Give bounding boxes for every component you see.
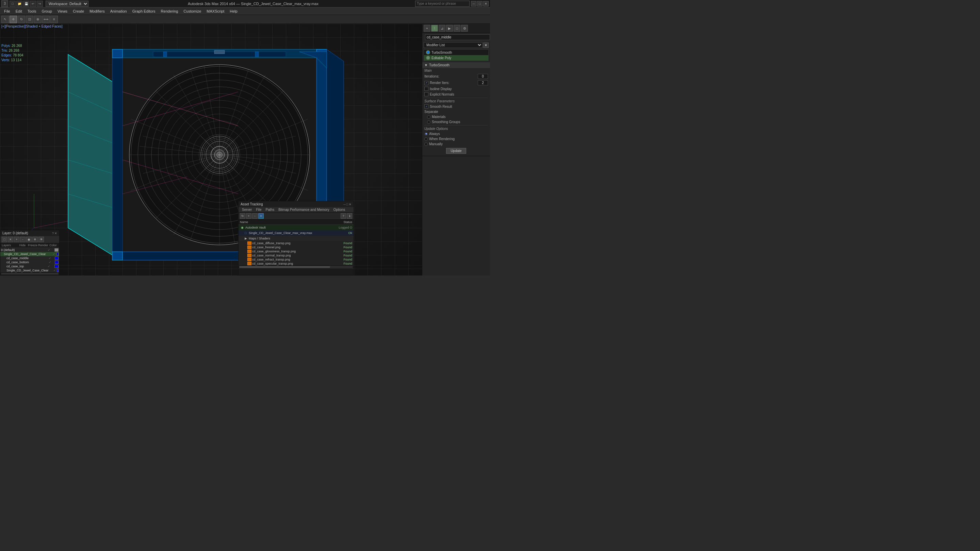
layer-render-check[interactable]: ✓ [52,252,56,256]
close-button[interactable]: ✕ [483,1,488,6]
modify-tab-btn[interactable]: ⟟ [431,25,438,32]
layer-color-swatch[interactable] [57,269,59,272]
layer-new-btn[interactable]: □ [2,237,7,242]
layers-close-btn[interactable]: ✕ [54,232,57,235]
save-icon[interactable]: 💾 [23,1,29,7]
list-item[interactable]: cd_case_specular_transp.png Found [239,262,353,266]
align-tool[interactable]: ≡ [50,16,58,23]
layer-render-check[interactable]: ✓ [44,265,54,268]
layer-render-check[interactable]: ✓ [46,260,54,264]
asset-menu-bitmap[interactable]: Bitmap Performance and Memory [276,208,331,212]
layer-select-btn[interactable]: ◉ [26,237,32,242]
asset-minimize-btn[interactable]: ─ [343,203,345,206]
layer-render-check[interactable]: ✓ [44,248,54,252]
list-item[interactable]: cd_case_bottom ✓ [0,260,59,264]
update-button[interactable]: Update [446,148,466,154]
asset-menu-file[interactable]: File [254,208,263,212]
workspace-dropdown[interactable]: Workspace: Default [46,1,89,7]
viewport[interactable]: Polys: 26 268 Tris: 26 268 Edges: 78 804… [0,24,422,275]
asset-scrollbar[interactable] [239,266,353,268]
layer-delete-btn[interactable]: ✕ [8,237,13,242]
list-item[interactable]: Single_CD_Jewel_Case_Clear ✓ [0,268,59,272]
ts-explicit-normals-checkbox[interactable] [424,92,428,96]
open-icon[interactable]: 📁 [16,1,22,7]
ts-isoline-checkbox[interactable] [424,87,428,91]
ts-always-radio[interactable] [424,132,428,136]
layers-help-btn[interactable]: ? [52,232,54,235]
modifier-dropdown-arrow[interactable]: ▼ [483,43,488,48]
ts-render-iters-checkbox[interactable]: ✓ [424,81,428,85]
asset-menu-options[interactable]: Options [331,208,347,212]
asset-help-btn[interactable]: ? [340,213,346,219]
ts-when-rendering-radio[interactable] [424,137,428,141]
redo-icon[interactable]: ↪ [37,1,43,7]
list-item[interactable]: cd_case_middle ✓ [0,256,59,260]
menu-tools[interactable]: Tools [25,8,39,14]
new-icon[interactable]: □ [10,1,16,7]
create-tab-btn[interactable]: + [424,25,430,32]
minimize-button[interactable]: ─ [471,1,476,6]
list-item[interactable]: cd_case_refract_transp.png Found [239,257,353,262]
menu-help[interactable]: Help [227,8,240,14]
list-item[interactable]: Single_CD_Jewel_Case_Clear ✓ [0,252,59,256]
hierarchy-tab-btn[interactable]: ⊿ [439,25,445,32]
rotate-tool[interactable]: ↻ [18,16,25,23]
layer-remove-btn[interactable]: - [20,237,25,242]
layer-color-swatch[interactable] [54,248,59,252]
list-item[interactable]: ◉ Autodesk Vault Logged O [239,225,353,230]
menu-file[interactable]: File [2,8,13,14]
asset-refresh-btn[interactable]: ↻ [240,213,245,219]
ts-render-iters-value[interactable]: 2 [478,80,488,86]
layer-color-swatch[interactable] [56,252,59,256]
ts-smooth-result-checkbox[interactable]: ✓ [424,105,428,108]
menu-customize[interactable]: Customize [181,8,204,14]
list-item[interactable]: cd_case_diffuse_transp.png Found [239,241,353,245]
turbosmooth-header[interactable]: ▼ TurboSmooth [422,62,490,68]
list-item[interactable]: cd_case_top ✓ [0,264,59,268]
menu-edit[interactable]: Edit [13,8,25,14]
menu-create[interactable]: Create [70,8,87,14]
list-item[interactable]: ▶ Maps / Shaders [239,236,353,241]
asset-view-btn[interactable]: ≡ [258,213,264,219]
utilities-tab-btn[interactable]: ⚙ [461,25,468,32]
scale-tool[interactable]: ⊡ [26,16,33,23]
list-item[interactable]: cd_case_normal_transp.png Found [239,253,353,257]
search-input[interactable] [415,1,469,7]
turbosmooth-modifier-item[interactable]: 🔵 TurboSmooth [424,50,488,55]
ts-manually-radio[interactable] [424,143,428,146]
scroll-track[interactable] [1,273,59,275]
asset-add-btn[interactable]: + [246,213,251,219]
modifier-list-dropdown[interactable]: Modifier List [424,42,482,48]
asset-restore-btn[interactable]: □ [347,203,348,206]
move-tool[interactable]: ✛ [10,16,17,23]
layer-hide-btn[interactable]: 👁 [38,237,44,242]
ts-iterations-value[interactable]: 0 [478,74,488,79]
asset-remove-btn[interactable]: - [252,213,258,219]
menu-maxscript[interactable]: MAXScript [204,8,227,14]
asset-title-bar[interactable]: Asset Tracking ─ □ ✕ [239,202,353,207]
asset-scroll-track[interactable] [239,266,353,268]
snap-tool[interactable]: ⊕ [34,16,41,23]
undo-icon[interactable]: ↩ [30,1,36,7]
menu-graph-editors[interactable]: Graph Editors [130,8,158,14]
layer-freeze-btn[interactable]: ❄ [32,237,38,242]
asset-info-btn[interactable]: ℹ [347,213,352,219]
layer-render-check[interactable]: ✓ [46,256,54,260]
asset-menu-paths[interactable]: Paths [264,208,277,212]
layer-color-swatch[interactable] [55,260,59,264]
layer-color-swatch[interactable] [54,265,59,268]
list-item[interactable]: cd_case_fresnel.png Found [239,245,353,249]
object-name-input[interactable] [425,34,490,40]
list-item[interactable]: 0 (default) ✓ [0,248,59,252]
menu-rendering[interactable]: Rendering [158,8,181,14]
layers-title-bar[interactable]: Layer: 0 (default) ? ✕ [0,230,59,236]
menu-group[interactable]: Group [39,8,55,14]
list-item[interactable]: cd_case_glossiness_transp.png Found [239,249,353,253]
motion-tab-btn[interactable]: ▶ [446,25,453,32]
menu-animation[interactable]: Animation [108,8,130,14]
layer-color-swatch[interactable] [55,256,59,260]
maximize-button[interactable]: □ [477,1,482,6]
layers-scrollbar[interactable] [0,272,59,275]
menu-modifiers[interactable]: Modifiers [87,8,108,14]
ts-materials-radio[interactable] [427,115,430,119]
